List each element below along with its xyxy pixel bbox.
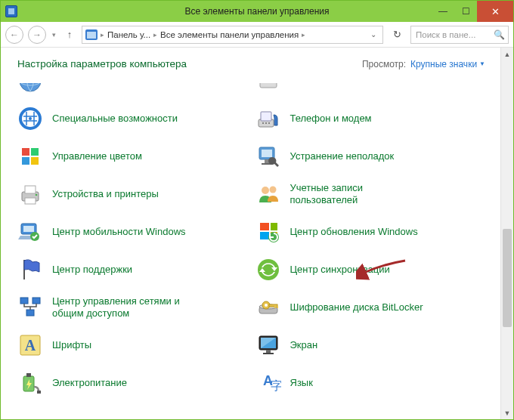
svg-rect-53 [26, 373, 31, 377]
svg-rect-44 [274, 306, 276, 308]
content-area: Настройка параметров компьютера Просмотр… [1, 48, 513, 419]
page-title: Настройка параметров компьютера [17, 58, 187, 69]
item-devices-printers[interactable]: Устройства и принтеры [17, 181, 248, 207]
item-action-center[interactable]: Центр поддержки [17, 257, 248, 283]
item-label: Телефон и модем [290, 113, 372, 125]
breadcrumb-1[interactable]: Панель у... [107, 30, 150, 39]
svg-point-9 [262, 122, 264, 124]
item-label: Центр управления сетями и общим доступом [52, 295, 188, 320]
svg-point-25 [269, 187, 276, 193]
breadcrumb-2[interactable]: Все элементы панели управления [160, 30, 299, 39]
view-label: Просмотр: [362, 59, 406, 69]
chevron-right-icon: ▸ [153, 31, 157, 39]
chevron-right-icon: ▸ [101, 31, 104, 39]
flag-icon [17, 257, 43, 283]
item-user-accounts[interactable]: Учетные записи пользователей [255, 181, 486, 207]
item-fonts[interactable]: A Шрифты [17, 332, 248, 358]
svg-rect-8 [261, 112, 271, 121]
item-label: Специальные возможности [52, 113, 178, 125]
forward-button[interactable]: → [28, 26, 46, 44]
svg-rect-14 [22, 157, 29, 165]
item-mobility-center[interactable]: Центр мобильности Windows [17, 219, 248, 245]
search-input[interactable] [414, 29, 491, 40]
svg-rect-54 [37, 391, 41, 394]
svg-point-10 [265, 122, 267, 124]
svg-rect-21 [25, 186, 36, 193]
item-windows-update[interactable]: Центр обновления Windows [255, 219, 486, 245]
item-display[interactable]: Экран [255, 332, 486, 358]
item-label: Шифрование диска BitLocker [290, 301, 423, 313]
history-dropdown[interactable]: ▾ [51, 31, 57, 39]
svg-point-42 [265, 304, 268, 307]
phone-icon [255, 106, 281, 131]
address-dropdown[interactable]: ⌄ [367, 30, 379, 39]
item-partial-left[interactable] [17, 83, 248, 94]
view-dropdown[interactable]: Крупные значки ▼ [410, 59, 485, 69]
vertical-scrollbar[interactable]: ▲ ▼ [500, 48, 513, 419]
item-label: Центр мобильности Windows [52, 226, 186, 238]
search-box[interactable]: 🔍 [410, 26, 509, 44]
svg-rect-27 [23, 226, 34, 232]
svg-rect-31 [271, 223, 277, 230]
network-icon [17, 295, 43, 320]
scroll-up-button[interactable]: ▲ [501, 48, 513, 60]
search-icon: 🔍 [494, 29, 505, 40]
svg-point-6 [29, 117, 32, 120]
svg-rect-12 [22, 148, 29, 156]
address-bar[interactable]: ▸ Панель у... ▸ Все элементы панели упра… [82, 26, 383, 44]
item-language[interactable]: A字 Язык [255, 370, 486, 396]
maximize-button[interactable]: ☐ [454, 1, 477, 22]
item-label: Центр обновления Windows [290, 226, 418, 238]
back-button[interactable]: ← [5, 26, 23, 44]
titlebar: Все элементы панели управления — ☐ ✕ [1, 1, 513, 22]
svg-rect-36 [20, 298, 28, 304]
chevron-right-icon: ▸ [302, 31, 305, 39]
close-button[interactable]: ✕ [477, 1, 513, 22]
svg-point-24 [262, 187, 269, 194]
item-label: Учетные записи пользователей [290, 182, 426, 207]
power-icon [17, 370, 43, 396]
item-label: Экран [290, 339, 318, 351]
fax-icon [255, 83, 281, 94]
control-panel-icon [5, 5, 17, 17]
address-icon [85, 29, 98, 40]
svg-rect-17 [262, 150, 272, 157]
item-network-center[interactable]: Центр управления сетями и общим доступом [17, 295, 248, 320]
bitlocker-icon [255, 295, 281, 320]
printer-icon [17, 181, 43, 207]
svg-rect-30 [260, 232, 269, 239]
item-bitlocker[interactable]: Шифрование диска BitLocker [255, 295, 486, 320]
window-controls: — ☐ ✕ [432, 1, 513, 22]
scroll-down-button[interactable]: ▼ [501, 406, 513, 419]
up-button[interactable]: ↑ [62, 27, 77, 42]
svg-rect-51 [263, 353, 274, 354]
font-icon: A [17, 332, 43, 358]
item-partial-right[interactable] [255, 83, 486, 94]
item-label: Центр поддержки [52, 264, 132, 276]
item-power-options[interactable]: Электропитание [17, 370, 248, 396]
lang-icon: A字 [255, 370, 281, 396]
troubleshoot-icon [255, 144, 281, 169]
svg-point-23 [36, 194, 38, 196]
item-phone-modem[interactable]: Телефон и модем [255, 106, 486, 131]
svg-text:A: A [25, 337, 36, 354]
item-label: Электропитание [52, 377, 127, 389]
mobility-icon [17, 219, 43, 245]
svg-rect-22 [25, 198, 36, 204]
sync-icon [255, 257, 281, 283]
item-troubleshoot[interactable]: Устранение неполадок [255, 144, 486, 169]
svg-text:字: 字 [271, 379, 281, 392]
item-label: Шрифты [52, 339, 91, 351]
minimize-button[interactable]: — [432, 1, 454, 22]
item-color-management[interactable]: Управление цветом [17, 144, 248, 169]
item-accessibility[interactable]: Специальные возможности [17, 106, 248, 131]
header-row: Настройка параметров компьютера Просмотр… [17, 58, 485, 69]
svg-rect-15 [31, 157, 39, 165]
refresh-button[interactable]: ↻ [388, 26, 406, 44]
svg-point-35 [258, 259, 279, 280]
globe-icon [17, 83, 43, 94]
content-inner: Настройка параметров компьютера Просмотр… [1, 48, 500, 419]
item-sync-center[interactable]: Центр синхронизации [255, 257, 486, 283]
items-grid: Специальные возможности Телефон и модем … [17, 83, 485, 396]
scroll-thumb[interactable] [503, 229, 512, 327]
